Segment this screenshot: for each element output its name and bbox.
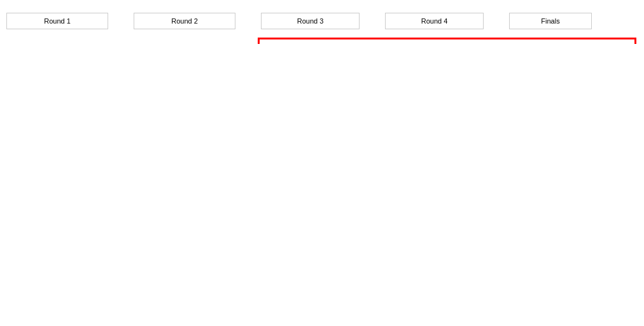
round4-header: Round 4 <box>385 13 484 29</box>
highlight-box <box>258 38 636 44</box>
bracket-lines <box>6 38 643 44</box>
r1-match1: KR ⚔ GEN 3 EA ☆ G2 1 <box>6 38 89 44</box>
round3-header: Round 3 <box>261 13 360 29</box>
round2-header: Round 2 <box>134 13 235 29</box>
finals-header: Finals <box>509 13 592 29</box>
round1-header: Round 1 <box>6 13 108 29</box>
